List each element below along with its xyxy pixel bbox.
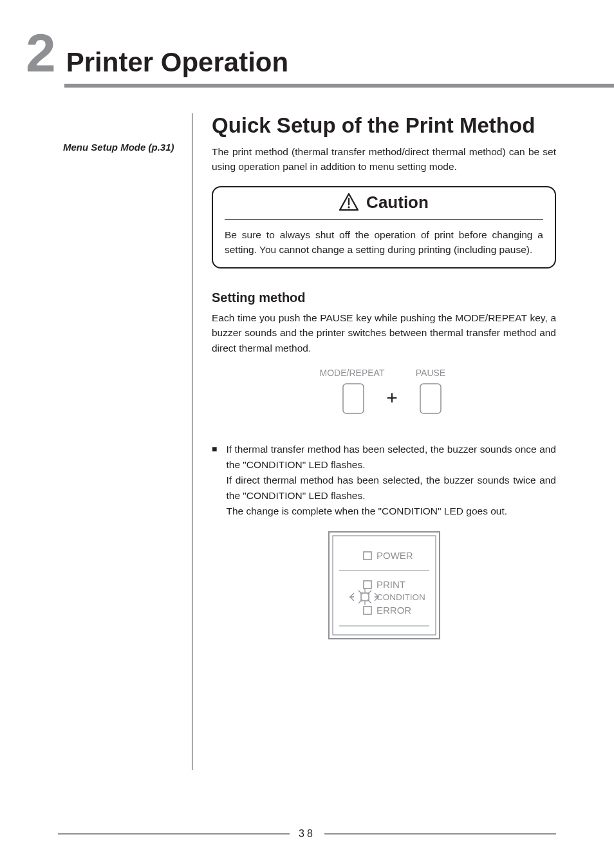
print-led-label: PRINT <box>377 579 405 590</box>
chapter-number: 2 <box>26 26 55 80</box>
plus-symbol: + <box>386 387 398 408</box>
caution-body: Be sure to always shut off the operation… <box>213 220 555 268</box>
pause-key-icon <box>420 384 441 413</box>
bullet-line-1: If thermal transfer method has been sele… <box>226 442 556 473</box>
svg-line-8 <box>367 590 371 594</box>
bullet-mark-icon: ■ <box>212 442 217 519</box>
mode-repeat-key-icon <box>343 384 364 413</box>
footer: 38 <box>58 828 556 840</box>
svg-point-2 <box>348 206 350 208</box>
section-title: Quick Setup of the Print Method <box>212 113 556 138</box>
section-intro: The print method (thermal transfer metho… <box>212 144 556 175</box>
sidebar-note: Menu Setup Mode (p.31) <box>63 142 176 153</box>
caution-box: Caution Be sure to always shut off the o… <box>212 186 556 269</box>
bullet-body: If thermal transfer method has been sele… <box>226 442 556 519</box>
manual-page: 2 Printer Operation Menu Setup Mode (p.3… <box>0 0 614 868</box>
chapter-header: 2 Printer Operation <box>26 26 556 80</box>
condition-led-flash-icon <box>350 589 378 605</box>
led-panel-figure: POWER PRINT <box>328 531 441 643</box>
svg-line-11 <box>367 599 371 603</box>
svg-line-6 <box>358 590 362 594</box>
error-led-icon <box>364 607 371 614</box>
bullet-line-3: The change is complete when the "CONDITI… <box>226 504 556 519</box>
power-led-label: POWER <box>377 550 413 561</box>
caution-header: Caution <box>225 187 543 220</box>
sidebar: Menu Setup Mode (p.31) <box>26 113 192 770</box>
keys-figure: MODE/REPEAT PAUSE + <box>307 367 461 428</box>
chapter-title: Printer Operation <box>66 49 288 76</box>
bullet-item: ■ If thermal transfer method has been se… <box>212 442 556 519</box>
header-rule <box>64 84 614 88</box>
footer-line-right <box>324 833 556 835</box>
main-column: Quick Setup of the Print Method The prin… <box>192 113 556 770</box>
svg-line-9 <box>358 599 362 603</box>
print-led-icon <box>364 581 371 589</box>
bullet-line-2: If direct thermal method has been select… <box>226 473 556 504</box>
error-led-label: ERROR <box>377 605 411 616</box>
page-number: 38 <box>299 828 315 840</box>
condition-led-label: CONDITION <box>377 592 425 602</box>
key-label-left: MODE/REPEAT <box>319 368 384 378</box>
warning-icon <box>339 193 358 211</box>
content-row: Menu Setup Mode (p.31) Quick Setup of th… <box>26 113 556 770</box>
power-led-icon <box>364 552 371 560</box>
key-label-right: PAUSE <box>415 368 445 378</box>
footer-line-left <box>58 833 290 835</box>
setting-intro: Each time you push the PAUSE key while p… <box>212 310 556 355</box>
setting-title: Setting method <box>212 290 556 305</box>
caution-title: Caution <box>366 193 429 212</box>
